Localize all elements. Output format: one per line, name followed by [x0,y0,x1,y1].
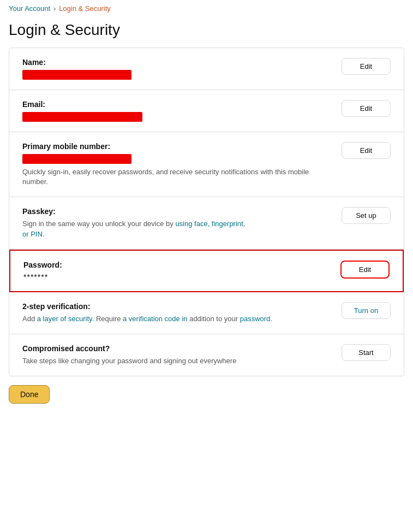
two-step-label: 2-step verification: [22,302,328,311]
two-step-action: Turn on [342,302,391,319]
compromised-start-button[interactable]: Start [342,344,391,361]
email-action: Edit [342,100,391,117]
email-section: Email: Edit [9,90,404,132]
name-content: Name: [22,58,328,80]
passkey-content: Passkey: Sign in the same way you unlock… [22,207,328,239]
name-action: Edit [342,58,391,75]
compromised-desc: Take steps like changing your password a… [22,356,328,366]
mobile-edit-button[interactable]: Edit [342,142,391,159]
password-content: Password: ******* [23,261,327,281]
two-step-link3[interactable]: password. [240,315,272,323]
compromised-action: Start [342,344,391,361]
two-step-content: 2-step verification: Add a layer of secu… [22,302,328,324]
mobile-desc: Quickly sign-in, easily recover password… [22,167,328,187]
email-content: Email: [22,100,328,122]
passkey-label: Passkey: [22,207,328,216]
passkey-link[interactable]: using face, fingerprint, [175,220,245,228]
two-step-link2[interactable]: a verification code in [123,315,188,323]
passkey-action: Set up [342,207,391,224]
mobile-action: Edit [342,142,391,159]
passkey-section: Passkey: Sign in the same way you unlock… [9,197,404,249]
breadcrumb-separator: › [53,5,56,13]
two-step-desc: Add a layer of security. Require a verif… [22,314,328,324]
compromised-label: Compromised account? [22,344,328,353]
name-section: Name: Edit [9,48,404,90]
breadcrumb-your-account[interactable]: Your Account [9,4,50,13]
compromised-section: Compromised account? Take steps like cha… [9,334,404,376]
breadcrumb: Your Account › Login & Security [0,0,413,17]
password-action: Edit [340,261,390,279]
mobile-section: Primary mobile number: Quickly sign-in, … [9,132,404,197]
two-step-turn-on-button[interactable]: Turn on [342,302,391,319]
two-step-link1[interactable]: a layer of security. [37,315,94,323]
compromised-content: Compromised account? Take steps like cha… [22,344,328,366]
email-redacted [22,112,328,122]
password-edit-button[interactable]: Edit [340,261,390,279]
passkey-desc: Sign in the same way you unlock your dev… [22,219,328,239]
account-sections-container: Name: Edit Email: Edit Primary mobile nu… [9,48,404,376]
two-step-section: 2-step verification: Add a layer of secu… [9,292,404,334]
password-label: Password: [23,261,327,269]
mobile-redacted [22,154,328,164]
name-label: Name: [22,58,328,67]
password-value: ******* [23,273,327,281]
passkey-link2[interactable]: or PIN. [22,230,44,238]
email-edit-button[interactable]: Edit [342,100,391,117]
done-button[interactable]: Done [9,385,50,404]
passkey-setup-button[interactable]: Set up [342,207,391,224]
page-title: Login & Security [0,17,413,48]
name-redacted [22,70,131,80]
email-label: Email: [22,100,328,109]
mobile-label: Primary mobile number: [22,142,328,151]
password-section: Password: ******* Edit [9,250,404,292]
name-edit-button[interactable]: Edit [342,58,391,75]
breadcrumb-current: Login & Security [59,4,111,13]
mobile-content: Primary mobile number: Quickly sign-in, … [22,142,328,187]
